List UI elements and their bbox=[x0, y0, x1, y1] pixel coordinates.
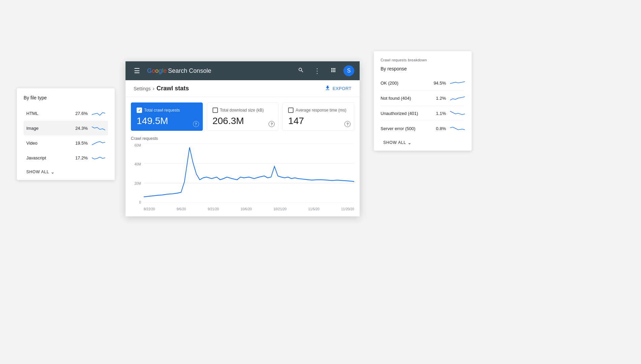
help-icon-crawl[interactable]: ? bbox=[193, 121, 199, 127]
metric-crawl-requests[interactable]: Total crawl requests 149.5M ? bbox=[131, 102, 203, 131]
main-window: ☰ Google Search Console ⋮ S Setti bbox=[126, 61, 360, 216]
breadcrumb-settings[interactable]: Settings bbox=[134, 86, 151, 91]
chart-label: Crawl requests bbox=[131, 136, 354, 141]
by-response-label: By response bbox=[381, 66, 465, 71]
chevron-down-icon: ⌄ bbox=[51, 169, 55, 175]
response-401-sparkline bbox=[450, 109, 465, 117]
file-row-html[interactable]: HTML 27.6% bbox=[24, 106, 108, 121]
file-type-html-sparkline bbox=[92, 109, 105, 117]
response-ok-name: OK (200) bbox=[381, 81, 434, 86]
file-row-js[interactable]: Javascript 17.2% bbox=[24, 150, 108, 165]
response-ok-sparkline bbox=[450, 79, 465, 87]
response-card: Crawl requests breakdown By response OK … bbox=[374, 51, 472, 151]
x-label-2: 9/21/20 bbox=[207, 207, 219, 211]
response-401-pct: 1.1% bbox=[436, 111, 446, 116]
file-type-show-all-button[interactable]: SHOW ALL ⌄ bbox=[24, 166, 58, 175]
metric-download-value: 206.3M bbox=[213, 116, 273, 126]
response-500-sparkline bbox=[450, 124, 465, 132]
checkbox-crawl[interactable] bbox=[137, 108, 142, 113]
search-icon bbox=[298, 67, 304, 75]
breadcrumb-bar: Settings › Crawl stats EXPORT bbox=[126, 80, 360, 97]
breadcrumb: Settings › Crawl stats bbox=[134, 85, 189, 92]
search-button[interactable] bbox=[295, 65, 307, 77]
file-row-image[interactable]: Image 24.3% bbox=[24, 121, 108, 135]
crawl-chart bbox=[144, 144, 354, 203]
breadcrumb-arrow: › bbox=[153, 86, 155, 92]
response-row-401[interactable]: Unauthorized (401) 1.1% bbox=[381, 106, 465, 121]
metric-response-label: Average response time (ms) bbox=[288, 108, 349, 113]
metrics-row: Total crawl requests 149.5M ? Total down… bbox=[126, 97, 360, 131]
chevron-down-icon: ⌄ bbox=[408, 140, 412, 145]
file-type-video-pct: 19.5% bbox=[75, 141, 88, 146]
apps-button[interactable] bbox=[327, 65, 339, 77]
x-label-1: 9/6/20 bbox=[177, 207, 186, 211]
file-type-js-name: Javascript bbox=[26, 155, 75, 160]
file-type-image-name: Image bbox=[26, 126, 75, 131]
more-options-button[interactable]: ⋮ bbox=[311, 65, 323, 77]
response-show-all-button[interactable]: SHOW ALL ⌄ bbox=[381, 137, 415, 145]
response-404-name: Not found (404) bbox=[381, 96, 436, 101]
y-label-60m: 60M bbox=[131, 144, 142, 147]
file-row-video[interactable]: Video 19.5% bbox=[24, 135, 108, 150]
file-type-title: By file type bbox=[24, 95, 108, 100]
response-ok-pct: 94.5% bbox=[434, 81, 446, 86]
avatar[interactable]: S bbox=[343, 65, 354, 76]
app-name-label: Search Console bbox=[168, 67, 211, 74]
x-label-5: 11/5/20 bbox=[308, 207, 319, 211]
file-type-image-pct: 24.3% bbox=[75, 126, 88, 131]
apps-icon bbox=[330, 67, 336, 75]
x-label-0: 8/22/20 bbox=[144, 207, 155, 211]
export-button[interactable]: EXPORT bbox=[325, 85, 352, 92]
y-label-20m: 20M bbox=[131, 182, 142, 185]
file-type-card: By file type HTML 27.6% Image 24.3% Vide… bbox=[17, 88, 115, 180]
x-label-6: 11/20/20 bbox=[341, 207, 354, 211]
response-row-404[interactable]: Not found (404) 1.2% bbox=[381, 91, 465, 106]
crawl-breakdown-title: Crawl requests breakdown bbox=[381, 58, 465, 62]
response-404-sparkline bbox=[450, 94, 465, 102]
response-row-500[interactable]: Server error (500) 0.8% bbox=[381, 121, 465, 136]
hamburger-icon: ☰ bbox=[134, 67, 140, 75]
x-label-3: 10/6/20 bbox=[241, 207, 252, 211]
response-500-pct: 0.8% bbox=[436, 126, 446, 131]
file-type-js-pct: 17.2% bbox=[75, 155, 88, 160]
metric-download-size[interactable]: Total download size (kB) 206.3M ? bbox=[207, 102, 279, 131]
response-401-name: Unauthorized (401) bbox=[381, 111, 436, 116]
metric-crawl-label: Total crawl requests bbox=[137, 108, 197, 113]
file-type-image-sparkline bbox=[92, 124, 105, 132]
y-label-0: 0 bbox=[131, 201, 142, 204]
metric-response-time[interactable]: Average response time (ms) 147 ? bbox=[282, 102, 354, 131]
download-icon bbox=[325, 85, 331, 92]
checkbox-download[interactable] bbox=[213, 108, 218, 113]
file-type-video-name: Video bbox=[26, 141, 75, 146]
app-logo: Google Search Console bbox=[147, 67, 211, 74]
file-type-video-sparkline bbox=[92, 139, 105, 147]
checkbox-response[interactable] bbox=[288, 108, 294, 113]
metric-download-label: Total download size (kB) bbox=[213, 108, 273, 113]
response-row-200[interactable]: OK (200) 94.5% bbox=[381, 75, 465, 91]
metric-response-value: 147 bbox=[288, 116, 349, 126]
file-type-html-name: HTML bbox=[26, 111, 75, 116]
metric-crawl-value: 149.5M bbox=[137, 116, 197, 126]
response-500-name: Server error (500) bbox=[381, 126, 436, 131]
chart-area: Crawl requests 0 20M 40M 60M bbox=[126, 131, 360, 216]
y-label-40m: 40M bbox=[131, 162, 142, 166]
response-404-pct: 1.2% bbox=[436, 96, 446, 101]
menu-button[interactable]: ☰ bbox=[131, 65, 143, 77]
help-icon-download[interactable]: ? bbox=[269, 121, 275, 127]
x-label-4: 10/21/20 bbox=[273, 207, 286, 211]
breadcrumb-current: Crawl stats bbox=[157, 85, 189, 92]
file-type-js-sparkline bbox=[92, 154, 105, 162]
top-bar: ☰ Google Search Console ⋮ S bbox=[126, 61, 360, 80]
help-icon-response[interactable]: ? bbox=[344, 121, 351, 127]
file-type-html-pct: 27.6% bbox=[75, 111, 88, 116]
more-icon: ⋮ bbox=[314, 67, 321, 75]
